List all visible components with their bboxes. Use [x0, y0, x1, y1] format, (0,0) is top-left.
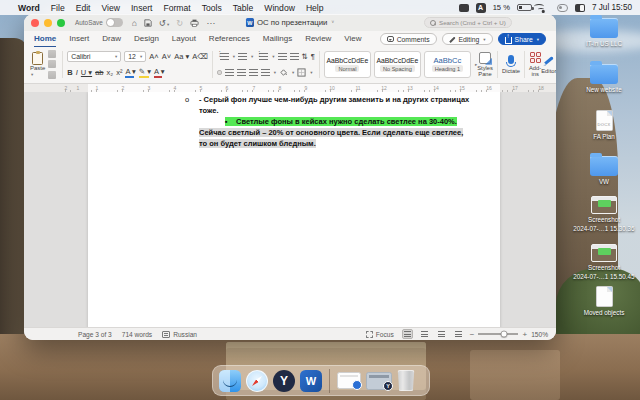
tab-design[interactable]: Design [134, 32, 159, 46]
tab-references[interactable]: References [209, 32, 250, 46]
justify-button[interactable] [249, 69, 258, 77]
highlight-color-button[interactable]: ✎ ▾ [139, 67, 151, 78]
font-color-button[interactable]: A ▾ [154, 67, 164, 78]
change-case-button[interactable]: Aa ▾ [174, 52, 189, 61]
editing-mode-dropdown[interactable]: Editing▾ [442, 33, 493, 45]
document-text[interactable]: o - Серый фон лучше чем-нибудь другим за… [199, 94, 469, 149]
style-normal[interactable]: AaBbCcDdEe Normal [324, 51, 371, 78]
text-effects-button[interactable]: A ▾ [125, 67, 135, 78]
bullet-list-button[interactable] [220, 53, 229, 61]
menu-table[interactable]: Table [233, 3, 254, 13]
style-heading-1[interactable]: AaBbCc Heading 1 [424, 51, 471, 78]
dock-minimized-window-1[interactable] [337, 372, 361, 389]
menu-bar-clock[interactable]: 7 Jul 15:50 [592, 3, 632, 12]
sort-button[interactable]: ⇅ [302, 52, 308, 61]
selected-text[interactable]: Сейчас светлый – 20% от основного цвета.… [199, 128, 463, 137]
zoom-slider-knob[interactable] [501, 331, 508, 338]
document-area[interactable]: o - Серый фон лучше чем-нибудь другим за… [24, 92, 556, 327]
tab-review[interactable]: Review [305, 32, 331, 46]
strikethrough-button[interactable]: ab [95, 68, 103, 77]
autosave-toggle[interactable] [106, 18, 123, 27]
desktop-screenshot-2[interactable]: Screenshot 2024-07-…1 15.50.45 [568, 244, 640, 280]
tab-view[interactable]: View [344, 32, 361, 46]
decrease-indent-button[interactable] [278, 53, 287, 61]
dock-trash-icon[interactable] [397, 370, 415, 391]
desktop-file-moved-objects[interactable]: Moved objects [568, 286, 640, 316]
paste-button[interactable]: Paste ▾ [30, 49, 45, 80]
numbered-list-button[interactable] [238, 53, 247, 61]
dock-safari-icon[interactable] [246, 370, 268, 392]
underline-button[interactable]: U ▾ [81, 68, 92, 77]
subscript-button[interactable]: x₂ [106, 68, 113, 77]
font-name-select[interactable]: Calibri▾ [67, 51, 121, 62]
word-count[interactable]: 714 words [122, 331, 152, 338]
close-window-button[interactable] [31, 19, 39, 27]
menu-format[interactable]: Format [163, 3, 190, 13]
menu-tools[interactable]: Tools [202, 3, 222, 13]
draft-view-button[interactable] [453, 329, 464, 339]
increase-indent-button[interactable] [290, 53, 299, 61]
desktop-folder-it-in-us-llc[interactable]: IT-in US LLC [568, 18, 640, 47]
home-icon[interactable]: ⌂ [132, 18, 137, 28]
multilevel-list-button[interactable] [259, 53, 268, 61]
desktop-screenshot-1[interactable]: Screenshot 2024-07-…1 15.30.36 [568, 196, 640, 232]
control-center-icon[interactable] [557, 4, 568, 12]
stage-manager-icon[interactable] [575, 4, 585, 12]
print-layout-view-button[interactable] [402, 329, 413, 339]
input-source-icon[interactable]: A [476, 3, 486, 13]
outline-view-button[interactable] [436, 329, 447, 339]
save-icon[interactable] [144, 19, 152, 27]
menu-word[interactable]: Word [18, 3, 40, 13]
zoom-percentage[interactable]: 150% [531, 331, 548, 338]
format-painter-icon[interactable] [48, 71, 56, 79]
share-button[interactable]: Share▾ [498, 33, 546, 45]
clear-formatting-button[interactable]: A⌫ [192, 52, 208, 61]
align-right-button[interactable] [237, 69, 246, 77]
align-left-button[interactable] [217, 70, 222, 75]
desktop-file-fa-plan[interactable]: DOCX FA Plan [568, 110, 640, 140]
menu-window[interactable]: Window [264, 3, 295, 13]
dictate-button[interactable]: Dictate [502, 49, 520, 80]
wifi-icon[interactable] [539, 3, 550, 12]
tab-draw[interactable]: Draw [102, 32, 121, 46]
more-commands-icon[interactable]: ⋯ [206, 18, 215, 28]
search-input[interactable]: Search (Cmd + Ctrl + U) [424, 17, 512, 28]
font-size-select[interactable]: 12▾ [124, 51, 146, 62]
dock-minimized-window-2[interactable] [366, 372, 392, 390]
print-icon[interactable] [190, 19, 199, 27]
language-indicator[interactable]: Russian [173, 331, 197, 338]
selected-text[interactable]: то он будет слишком бледным. [199, 139, 316, 148]
horizontal-ruler[interactable]: 2 1 1 2 3 4 5 6 7 8 9 10 11 12 13 14 15 … [24, 84, 556, 92]
menu-insert[interactable]: Insert [131, 3, 153, 13]
desktop-folder-vw[interactable]: VW [568, 156, 640, 185]
tab-insert[interactable]: Insert [69, 32, 89, 46]
copy-icon[interactable] [48, 60, 56, 68]
undo-icon[interactable]: ↺▾ [159, 18, 169, 28]
styles-pane-button[interactable]: Styles Pane [477, 49, 493, 80]
desktop-folder-new-website[interactable]: New website [568, 64, 640, 93]
screen-mirroring-icon[interactable] [459, 4, 469, 12]
shading-bucket-icon[interactable] [279, 68, 288, 77]
menu-edit[interactable]: Edit [76, 3, 91, 13]
comments-button[interactable]: Comments [380, 33, 437, 45]
menu-file[interactable]: File [51, 3, 65, 13]
proofing-icon[interactable] [162, 331, 170, 338]
document-page[interactable]: o - Серый фон лучше чем-нибудь другим за… [88, 92, 500, 327]
menu-help[interactable]: Help [306, 3, 324, 13]
borders-icon[interactable] [297, 68, 306, 77]
italic-button[interactable]: I [76, 68, 78, 77]
tab-home[interactable]: Home [34, 32, 56, 46]
superscript-button[interactable]: x² [116, 68, 122, 77]
zoom-window-button[interactable] [57, 19, 65, 27]
page-indicator[interactable]: Page 3 of 3 [78, 331, 112, 338]
grow-font-button[interactable]: A˄ [149, 52, 158, 61]
minimize-window-button[interactable] [44, 19, 52, 27]
zoom-slider[interactable] [478, 333, 518, 335]
style-no-spacing[interactable]: AaBbCcDdEe No Spacing [374, 51, 421, 78]
web-layout-view-button[interactable] [419, 329, 430, 339]
bold-button[interactable]: B [67, 68, 72, 77]
tab-layout[interactable]: Layout [172, 32, 196, 46]
shrink-font-button[interactable]: A˅ [162, 52, 171, 61]
tab-mailings[interactable]: Mailings [263, 32, 292, 46]
add-ins-button[interactable]: Add-ins [529, 49, 541, 80]
